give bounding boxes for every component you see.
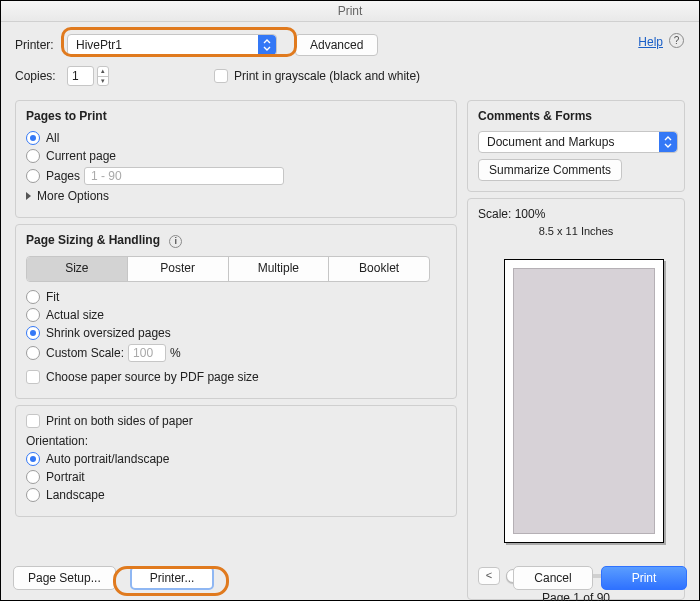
print-dialog: Print Printer: HivePtr1 Advanced Help ? … xyxy=(0,0,700,601)
comments-forms-title: Comments & Forms xyxy=(478,109,674,123)
printer-label: Printer: xyxy=(15,38,67,52)
main-area: Pages to Print All Current page Pages 1 … xyxy=(15,100,685,600)
page-sizing-group: Page Sizing & Handling i Size Poster Mul… xyxy=(15,224,457,399)
dialog-content: Printer: HivePtr1 Advanced Help ? Copies… xyxy=(1,22,699,601)
custom-scale-radio[interactable] xyxy=(26,346,40,360)
preview-page xyxy=(504,259,664,543)
copies-label: Copies: xyxy=(15,69,67,83)
copies-input[interactable]: 1 xyxy=(67,66,94,86)
shrink-label: Shrink oversized pages xyxy=(46,326,171,340)
comments-forms-group: Comments & Forms Document and Markups Su… xyxy=(467,100,685,192)
printer-select[interactable]: HivePtr1 xyxy=(67,34,277,56)
advanced-button[interactable]: Advanced xyxy=(295,34,378,56)
updown-icon xyxy=(262,37,272,53)
right-column: Comments & Forms Document and Markups Su… xyxy=(467,100,685,600)
grayscale-option: Print in grayscale (black and white) xyxy=(214,69,420,83)
choose-source-checkbox[interactable] xyxy=(26,370,40,384)
orientation-portrait-radio[interactable] xyxy=(26,470,40,484)
orientation-auto-label: Auto portrait/landscape xyxy=(46,452,169,466)
footer-buttons: Page Setup... Printer... Cancel Print xyxy=(13,566,687,590)
duplex-orientation-group: Print on both sides of paper Orientation… xyxy=(15,405,457,517)
pages-to-print-group: Pages to Print All Current page Pages 1 … xyxy=(15,100,457,218)
actual-size-label: Actual size xyxy=(46,308,104,322)
sizing-segmented: Size Poster Multiple Booklet xyxy=(26,256,430,282)
pages-all-radio[interactable] xyxy=(26,131,40,145)
printer-button[interactable]: Printer... xyxy=(130,566,215,590)
more-options-toggle[interactable]: More Options xyxy=(26,189,446,203)
choose-source-label: Choose paper source by PDF page size xyxy=(46,370,259,384)
preview-scale-label: Scale: 100% xyxy=(478,207,674,221)
custom-scale-input[interactable]: 100 xyxy=(128,344,166,362)
cancel-button[interactable]: Cancel xyxy=(513,566,593,590)
preview-group: Scale: 100% 8.5 x 11 Inches < > xyxy=(467,198,685,600)
title-bar: Print xyxy=(1,1,699,22)
disclosure-icon xyxy=(26,192,31,200)
updown-icon xyxy=(663,134,673,150)
more-options-label: More Options xyxy=(37,189,109,203)
grayscale-checkbox[interactable] xyxy=(214,69,228,83)
copies-stepper[interactable]: ▴ ▾ xyxy=(97,66,109,86)
print-button[interactable]: Print xyxy=(601,566,687,590)
shrink-radio[interactable] xyxy=(26,326,40,340)
preview-page-counter: Page 1 of 90 xyxy=(478,591,674,601)
page-setup-button[interactable]: Page Setup... xyxy=(13,566,116,590)
actual-size-radio[interactable] xyxy=(26,308,40,322)
preview-page-content xyxy=(513,268,655,534)
orientation-label: Orientation: xyxy=(26,434,446,448)
stepper-down-icon: ▾ xyxy=(98,77,108,86)
info-icon[interactable]: i xyxy=(169,235,182,248)
page-sizing-title-text: Page Sizing & Handling xyxy=(26,233,160,247)
fit-radio[interactable] xyxy=(26,290,40,304)
segment-poster[interactable]: Poster xyxy=(127,257,228,281)
printer-select-value: HivePtr1 xyxy=(76,38,122,52)
pages-all-label: All xyxy=(46,131,59,145)
comments-forms-value: Document and Markups xyxy=(487,135,614,149)
segment-size[interactable]: Size xyxy=(27,257,127,281)
left-column: Pages to Print All Current page Pages 1 … xyxy=(15,100,457,600)
copies-row: Copies: 1 ▴ ▾ Print in grayscale (black … xyxy=(15,66,685,86)
stepper-up-icon: ▴ xyxy=(98,67,108,77)
pages-to-print-title: Pages to Print xyxy=(26,109,446,123)
pages-range-input[interactable]: 1 - 90 xyxy=(84,167,284,185)
orientation-landscape-radio[interactable] xyxy=(26,488,40,502)
segment-multiple[interactable]: Multiple xyxy=(228,257,329,281)
orientation-portrait-label: Portrait xyxy=(46,470,85,484)
custom-scale-label: Custom Scale: xyxy=(46,346,124,360)
both-sides-label: Print on both sides of paper xyxy=(46,414,193,428)
orientation-landscape-label: Landscape xyxy=(46,488,105,502)
summarize-comments-button[interactable]: Summarize Comments xyxy=(478,159,622,181)
both-sides-checkbox[interactable] xyxy=(26,414,40,428)
window-title: Print xyxy=(338,4,363,18)
preview-area xyxy=(478,243,674,563)
pages-current-radio[interactable] xyxy=(26,149,40,163)
grayscale-label: Print in grayscale (black and white) xyxy=(234,69,420,83)
help-icon[interactable]: ? xyxy=(669,33,684,48)
page-sizing-title: Page Sizing & Handling i xyxy=(26,233,446,248)
segment-booklet[interactable]: Booklet xyxy=(328,257,429,281)
orientation-auto-radio[interactable] xyxy=(26,452,40,466)
pages-range-radio[interactable] xyxy=(26,169,40,183)
help-link[interactable]: Help xyxy=(638,35,663,49)
comments-forms-select[interactable]: Document and Markups xyxy=(478,131,678,153)
pages-current-label: Current page xyxy=(46,149,116,163)
printer-row: Printer: HivePtr1 Advanced xyxy=(15,34,685,56)
preview-dimensions: 8.5 x 11 Inches xyxy=(478,225,674,237)
pages-range-label: Pages xyxy=(46,169,80,183)
custom-scale-pct: % xyxy=(170,346,181,360)
fit-label: Fit xyxy=(46,290,59,304)
